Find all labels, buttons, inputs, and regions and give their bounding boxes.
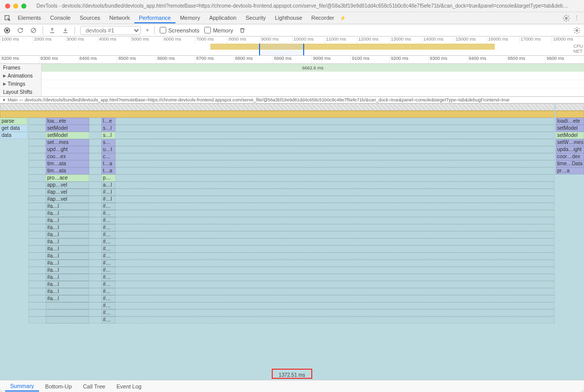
flame-entry-side[interactable] — [556, 103, 584, 111]
tab-elements[interactable]: Elements — [13, 13, 46, 23]
flame-entry[interactable]: t…a — [101, 160, 116, 167]
timings-track[interactable] — [42, 80, 584, 88]
flame-entry[interactable]: c… — [101, 153, 116, 160]
flame-entry[interactable] — [0, 103, 555, 111]
flame-entry[interactable]: #ap…vel — [46, 196, 89, 203]
flame-entry[interactable]: app…vel — [46, 182, 89, 189]
flame-entry[interactable]: tim…ata — [46, 167, 89, 174]
flame-entry[interactable]: #… — [101, 309, 116, 316]
bottom-tab-event-log[interactable]: Event Log — [112, 382, 147, 391]
timings-track-label[interactable]: ▶Timings — [0, 80, 42, 88]
flame-entry[interactable] — [0, 111, 555, 118]
flame-entry[interactable]: #a…l — [46, 238, 89, 245]
flame-entry[interactable]: #… — [101, 302, 116, 309]
tab-sources[interactable]: Sources — [75, 13, 104, 23]
close-window[interactable] — [5, 4, 10, 9]
flame-entry[interactable]: #… — [101, 224, 116, 231]
flame-entry[interactable]: #a…l — [46, 281, 89, 288]
flame-entry[interactable]: #… — [101, 316, 116, 324]
flame-entry[interactable]: #a…l — [46, 295, 89, 302]
flame-entry[interactable]: #… — [101, 238, 116, 245]
flame-entry-side[interactable]: pr…a — [556, 167, 584, 174]
flame-entry[interactable]: #… — [101, 281, 116, 288]
flame-entry[interactable]: #a…l — [46, 288, 89, 295]
flame-entry[interactable]: #a…l — [46, 260, 89, 267]
animations-track-label[interactable]: ▶Animations — [0, 72, 42, 80]
flame-entry[interactable]: #ap…vel — [46, 189, 89, 196]
flame-entry[interactable]: t…a — [101, 167, 116, 174]
flame-entry-side[interactable]: setModel — [556, 132, 584, 139]
tab-network[interactable]: Network — [105, 13, 134, 23]
flame-entry[interactable]: #… — [101, 217, 116, 224]
memory-checkbox[interactable] — [204, 27, 211, 33]
record-icon[interactable] — [3, 26, 11, 34]
overview-timeline[interactable]: 1000 ms2000 ms3000 ms4000 ms5000 ms6000 … — [0, 37, 584, 56]
upload-icon[interactable] — [48, 26, 56, 34]
animations-track[interactable] — [42, 72, 584, 80]
flame-entry[interactable]: set…mes — [46, 139, 89, 146]
tab-application[interactable]: Application — [205, 13, 241, 23]
flame-entry[interactable]: pro…ace — [46, 174, 89, 182]
flame-entry-side[interactable]: setW…mes — [556, 139, 584, 146]
flame-entry[interactable]: #a…l — [46, 231, 89, 238]
layout-shifts-track[interactable] — [42, 88, 584, 96]
tab-memory[interactable]: Memory — [175, 13, 205, 23]
flame-entry-side[interactable]: setModel — [556, 125, 584, 132]
trash-icon[interactable] — [238, 26, 246, 34]
frames-track-label[interactable]: Frames — [0, 64, 42, 72]
flame-entry[interactable]: #a…l — [46, 245, 89, 253]
main-thread-header[interactable]: ▼Main — devtools://devtools/bundled/devt… — [0, 96, 584, 103]
flame-entry[interactable]: loa…ete — [46, 118, 89, 125]
flame-entry[interactable]: #… — [101, 288, 116, 295]
flame-entry-side[interactable]: upda…ight — [556, 146, 584, 153]
layout-shifts-track-label[interactable]: Layout Shifts — [0, 88, 42, 96]
flame-entry[interactable]: #…l — [101, 196, 116, 203]
minimize-window[interactable] — [13, 4, 18, 9]
flame-chart[interactable]: 1372.51 ms TaskRun Microtasksparseloa…et… — [0, 103, 584, 380]
flame-entry-side[interactable] — [556, 111, 584, 118]
clear-icon[interactable] — [29, 26, 38, 34]
screenshots-checkbox[interactable] — [160, 27, 166, 33]
flame-entry[interactable]: s… — [101, 139, 116, 146]
flame-entry[interactable]: s…l — [101, 132, 116, 139]
flame-entry[interactable]: s…l — [101, 125, 116, 132]
memory-toggle[interactable]: Memory — [204, 27, 233, 33]
flame-entry[interactable]: #… — [101, 274, 116, 281]
tab-performance[interactable]: Performance — [134, 13, 175, 23]
reload-icon[interactable] — [16, 26, 24, 34]
inspect-icon[interactable] — [3, 15, 12, 22]
flame-entry[interactable]: #… — [101, 253, 116, 260]
tab-recorder[interactable]: Recorder — [307, 13, 339, 23]
flame-entry[interactable]: #a…l — [46, 267, 89, 274]
screenshots-toggle[interactable]: Screenshots — [160, 27, 199, 33]
flame-entry[interactable]: setModel — [46, 132, 89, 139]
flame-entry[interactable]: #a…l — [46, 217, 89, 224]
flame-entry[interactable]: upd…ght — [46, 146, 89, 153]
zoom-window[interactable] — [21, 4, 26, 9]
flame-entry[interactable]: tim…ata — [46, 160, 89, 167]
flame-entry[interactable]: #… — [101, 295, 116, 302]
flame-entry[interactable]: setModel — [46, 125, 89, 132]
flame-entry[interactable]: u…t — [101, 146, 116, 153]
bottom-tab-bottom-up[interactable]: Bottom-Up — [40, 382, 77, 391]
recording-select[interactable]: devtools #1 — [80, 26, 141, 35]
flame-entry-side[interactable]: loadi…ete — [556, 118, 584, 125]
flame-entry[interactable]: #a…l — [46, 210, 89, 217]
settings-icon[interactable] — [562, 15, 571, 22]
flame-entry[interactable]: #… — [101, 231, 116, 238]
detail-ruler[interactable]: 8200 ms8300 ms8400 ms8500 ms8600 ms8700 … — [0, 56, 584, 64]
flame-entry-side[interactable]: time…Data — [556, 160, 584, 167]
flame-entry[interactable]: #… — [101, 245, 116, 253]
flame-entry[interactable]: #… — [101, 260, 116, 267]
flame-entry[interactable] — [46, 316, 89, 324]
frames-track[interactable]: 6662.6 ms — [42, 64, 584, 72]
flame-entry[interactable] — [46, 302, 89, 309]
bottom-tab-call-tree[interactable]: Call Tree — [78, 382, 111, 391]
flame-entry[interactable]: #a…l — [46, 224, 89, 231]
flame-entry[interactable]: l…e — [101, 118, 116, 125]
flame-entry[interactable] — [46, 309, 89, 316]
tab-security[interactable]: Security — [241, 13, 270, 23]
tab-console[interactable]: Console — [46, 13, 75, 23]
flame-entry[interactable]: #…l — [101, 189, 116, 196]
flame-entry[interactable]: #a…l — [46, 274, 89, 281]
